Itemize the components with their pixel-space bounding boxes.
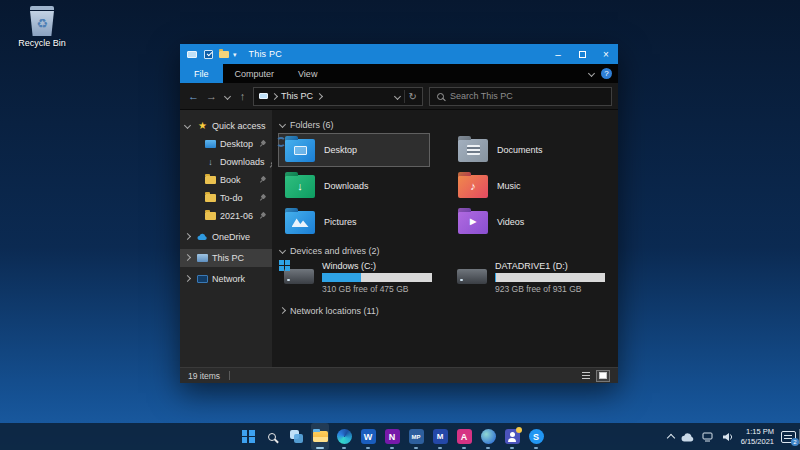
recycle-bin-shortcut[interactable]: ♻ Recycle Bin [10, 6, 74, 48]
notification-center-icon[interactable]: 2 [781, 431, 796, 443]
chevron-right-icon[interactable] [184, 254, 191, 261]
volume-tray-icon[interactable] [722, 428, 734, 446]
folder-tile-videos[interactable]: ▶ Videos [451, 205, 603, 239]
drives-section-header[interactable]: Devices and drives (2) [280, 244, 610, 257]
drive-tile-c[interactable]: Windows (C:) 310 GB free of 475 GB [278, 259, 438, 297]
sidebar-item-quick-access[interactable]: ★ Quick access [180, 117, 272, 135]
folder-label: Music [497, 181, 521, 191]
tab-file[interactable]: File [180, 64, 223, 83]
up-button[interactable]: ↑ [235, 91, 250, 102]
breadcrumb-separator-icon[interactable] [316, 92, 323, 99]
details-view-button[interactable] [579, 370, 593, 382]
forward-button[interactable]: → [204, 91, 219, 102]
taskbar-clock[interactable]: 1:15 PM 6/15/2021 [741, 427, 774, 446]
drive-free-space: 310 GB free of 475 GB [322, 284, 432, 294]
hard-drive-icon [284, 269, 314, 284]
chevron-down-icon[interactable] [184, 122, 191, 129]
properties-icon[interactable] [201, 47, 215, 61]
drive-tile-d[interactable]: DATADRIVE1 (D:) 923 GB free of 931 GB [451, 259, 611, 297]
expand-ribbon-icon[interactable] [588, 70, 595, 77]
collapse-section-icon[interactable] [279, 247, 286, 254]
network-locations-section-header[interactable]: Network locations (11) [280, 304, 610, 317]
drive-name: Windows (C:) [322, 261, 432, 271]
sidebar-item-network[interactable]: Network [180, 270, 272, 288]
onedrive-tray-icon[interactable] [681, 428, 695, 446]
chevron-right-icon[interactable] [184, 275, 191, 282]
sidebar-item-2021-06[interactable]: 2021-06 [180, 207, 272, 225]
tab-view[interactable]: View [286, 64, 329, 83]
taskbar-word[interactable]: W [359, 423, 377, 450]
folder-icon [205, 175, 216, 186]
sidebar-item-book[interactable]: Book [180, 171, 272, 189]
recent-locations-icon[interactable] [222, 94, 232, 99]
task-view-button[interactable] [287, 423, 305, 450]
pin-icon[interactable] [256, 174, 267, 185]
system-tray: 1:15 PM 6/15/2021 2 [668, 423, 796, 450]
taskbar-edge[interactable] [335, 423, 353, 450]
address-bar[interactable]: This PC ↻ [253, 87, 423, 106]
sidebar-item-label: Book [220, 175, 241, 185]
tray-overflow-icon[interactable] [666, 434, 674, 442]
maximize-button[interactable] [570, 44, 594, 64]
tab-computer[interactable]: Computer [223, 64, 287, 83]
pin-icon[interactable] [256, 192, 267, 203]
taskbar-sphere-app[interactable] [479, 423, 497, 450]
this-pc-icon [185, 47, 199, 61]
thumbnail-view-button[interactable] [596, 370, 610, 382]
sidebar-item-desktop[interactable]: Desktop [180, 135, 272, 153]
new-folder-icon[interactable] [217, 47, 231, 61]
folder-tile-desktop[interactable]: Desktop [278, 133, 430, 167]
address-dropdown-icon[interactable] [394, 92, 401, 99]
section-header-label: Folders (6) [290, 120, 334, 130]
quick-access-toolbar-caret-icon[interactable]: ▾ [233, 51, 237, 58]
sidebar-item-label: Desktop [220, 139, 253, 149]
drive-name: DATADRIVE1 (D:) [495, 261, 605, 271]
sidebar-item-onedrive[interactable]: OneDrive [180, 228, 272, 246]
breadcrumb[interactable]: This PC [281, 91, 313, 101]
this-pc-icon [259, 93, 268, 99]
collapse-section-icon[interactable] [279, 121, 286, 128]
taskbar-teams[interactable] [503, 423, 521, 450]
taskbar-skype[interactable]: S [527, 423, 545, 450]
taskbar-search-button[interactable] [263, 423, 281, 450]
pin-icon[interactable] [256, 138, 267, 149]
edge-icon [337, 429, 352, 444]
folder-tile-downloads[interactable]: ↓ Downloads [278, 169, 430, 203]
star-icon: ★ [197, 121, 208, 132]
sidebar-item-downloads[interactable]: ↓ Downloads [180, 153, 272, 171]
folder-tile-music[interactable]: ♪ Music [451, 169, 603, 203]
sidebar-item-this-pc[interactable]: This PC [180, 249, 272, 267]
close-button[interactable]: × [594, 44, 618, 64]
back-button[interactable]: ← [186, 91, 201, 102]
taskbar-mp-app[interactable]: MP [407, 423, 425, 450]
pin-icon[interactable] [256, 210, 267, 221]
taskbar-file-explorer[interactable] [311, 423, 329, 450]
taskbar-m-tool[interactable]: M [431, 423, 449, 450]
pin-icon[interactable] [266, 159, 272, 165]
sphere-app-icon [481, 429, 496, 444]
sidebar-item-todo[interactable]: To-do [180, 189, 272, 207]
search-input[interactable]: Search This PC [429, 87, 612, 106]
chevron-right-icon[interactable] [184, 233, 191, 240]
minimize-button[interactable]: – [546, 44, 570, 64]
item-count: 19 items [188, 371, 220, 381]
taskbar-a-app[interactable]: A [455, 423, 473, 450]
search-icon [437, 93, 444, 100]
videos-folder-icon: ▶ [458, 211, 488, 234]
network-tray-icon[interactable] [702, 428, 715, 446]
sidebar-item-label: Quick access [212, 121, 266, 131]
folder-tile-documents[interactable]: Documents [451, 133, 603, 167]
a-app-icon: A [457, 429, 472, 444]
folders-section-header[interactable]: Folders (6) [280, 118, 610, 131]
expand-section-icon[interactable] [279, 307, 286, 314]
help-icon[interactable]: ? [601, 68, 612, 79]
start-button[interactable] [239, 423, 257, 450]
sidebar-item-label: OneDrive [212, 232, 250, 242]
windows-logo-icon [242, 430, 255, 443]
refresh-icon[interactable]: ↻ [409, 91, 417, 102]
taskbar-onenote[interactable]: N [383, 423, 401, 450]
title-bar[interactable]: ▾ This PC – × [180, 44, 618, 64]
search-icon [268, 433, 276, 441]
task-view-icon [290, 430, 303, 443]
folder-tile-pictures[interactable]: Pictures [278, 205, 430, 239]
